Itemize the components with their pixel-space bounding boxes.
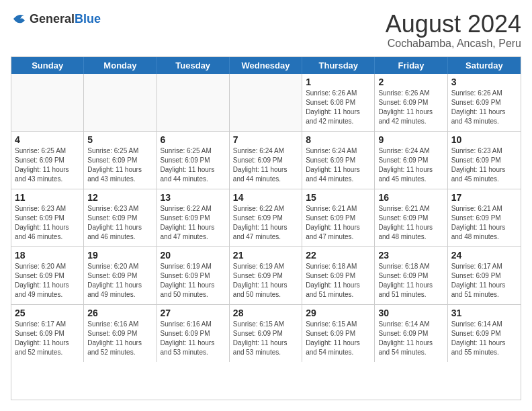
day-number: 14 — [233, 192, 298, 203]
logo-blue: Blue — [75, 12, 101, 26]
day-number: 1 — [306, 77, 371, 87]
day-info: Sunrise: 6:14 AM Sunset: 6:09 PM Dayligh… — [451, 320, 517, 357]
day-info: Sunrise: 6:15 AM Sunset: 6:09 PM Dayligh… — [233, 320, 298, 357]
week-row-2: 4Sunrise: 6:25 AM Sunset: 6:09 PM Daylig… — [11, 132, 521, 189]
day-cell: 20Sunrise: 6:19 AM Sunset: 6:09 PM Dayli… — [157, 247, 230, 304]
day-info: Sunrise: 6:19 AM Sunset: 6:09 PM Dayligh… — [161, 262, 226, 300]
day-number: 9 — [378, 134, 443, 145]
day-info: Sunrise: 6:16 AM Sunset: 6:09 PM Dayligh… — [87, 320, 152, 357]
calendar: SundayMondayTuesdayWednesdayThursdayFrid… — [11, 56, 521, 400]
day-number: 3 — [451, 77, 517, 87]
day-number: 12 — [87, 192, 152, 203]
day-info: Sunrise: 6:24 AM Sunset: 6:09 PM Dayligh… — [378, 146, 443, 184]
day-number: 19 — [87, 250, 152, 261]
day-headers: SundayMondayTuesdayWednesdayThursdayFrid… — [11, 57, 521, 74]
day-cell: 2Sunrise: 6:26 AM Sunset: 6:09 PM Daylig… — [375, 74, 447, 131]
week-row-3: 11Sunrise: 6:23 AM Sunset: 6:09 PM Dayli… — [11, 189, 521, 247]
day-header-friday: Friday — [375, 57, 447, 74]
day-number: 11 — [15, 192, 80, 203]
day-number: 21 — [233, 250, 298, 261]
week-row-1: 1Sunrise: 6:26 AM Sunset: 6:08 PM Daylig… — [11, 74, 521, 132]
day-cell: 1Sunrise: 6:26 AM Sunset: 6:08 PM Daylig… — [302, 74, 375, 131]
day-cell: 14Sunrise: 6:22 AM Sunset: 6:09 PM Dayli… — [230, 189, 302, 246]
day-info: Sunrise: 6:20 AM Sunset: 6:09 PM Dayligh… — [15, 262, 80, 300]
day-info: Sunrise: 6:21 AM Sunset: 6:09 PM Dayligh… — [451, 204, 517, 242]
day-number: 6 — [161, 134, 226, 145]
day-info: Sunrise: 6:14 AM Sunset: 6:09 PM Dayligh… — [378, 320, 443, 357]
day-cell: 11Sunrise: 6:23 AM Sunset: 6:09 PM Dayli… — [11, 189, 84, 246]
day-cell: 3Sunrise: 6:26 AM Sunset: 6:09 PM Daylig… — [448, 74, 521, 131]
day-number: 5 — [87, 134, 152, 145]
day-cell: 18Sunrise: 6:20 AM Sunset: 6:09 PM Dayli… — [11, 247, 84, 304]
day-cell: 21Sunrise: 6:19 AM Sunset: 6:09 PM Dayli… — [230, 247, 302, 304]
day-cell: 4Sunrise: 6:25 AM Sunset: 6:09 PM Daylig… — [11, 132, 84, 189]
week-row-4: 18Sunrise: 6:20 AM Sunset: 6:09 PM Dayli… — [11, 247, 521, 305]
day-cell: 15Sunrise: 6:21 AM Sunset: 6:09 PM Dayli… — [302, 189, 375, 246]
day-header-tuesday: Tuesday — [157, 57, 230, 74]
day-cell: 13Sunrise: 6:22 AM Sunset: 6:09 PM Dayli… — [157, 189, 230, 246]
day-cell: 12Sunrise: 6:23 AM Sunset: 6:09 PM Dayli… — [84, 189, 157, 246]
day-number: 23 — [378, 250, 443, 261]
day-cell: 26Sunrise: 6:16 AM Sunset: 6:09 PM Dayli… — [84, 305, 157, 362]
day-cell: 17Sunrise: 6:21 AM Sunset: 6:09 PM Dayli… — [448, 189, 521, 246]
day-cell: 5Sunrise: 6:25 AM Sunset: 6:09 PM Daylig… — [84, 132, 157, 189]
day-cell: 31Sunrise: 6:14 AM Sunset: 6:09 PM Dayli… — [448, 305, 521, 362]
day-info: Sunrise: 6:17 AM Sunset: 6:09 PM Dayligh… — [451, 262, 517, 300]
day-info: Sunrise: 6:23 AM Sunset: 6:09 PM Dayligh… — [87, 204, 152, 242]
logo: GeneralBlue — [11, 11, 101, 27]
day-info: Sunrise: 6:21 AM Sunset: 6:09 PM Dayligh… — [378, 204, 443, 242]
day-number: 18 — [15, 250, 80, 261]
day-number: 8 — [306, 134, 371, 145]
day-info: Sunrise: 6:22 AM Sunset: 6:09 PM Dayligh… — [161, 204, 226, 242]
day-cell: 7Sunrise: 6:24 AM Sunset: 6:09 PM Daylig… — [230, 132, 302, 189]
day-number: 4 — [15, 134, 80, 145]
day-cell: 23Sunrise: 6:18 AM Sunset: 6:09 PM Dayli… — [375, 247, 447, 304]
day-info: Sunrise: 6:26 AM Sunset: 6:09 PM Dayligh… — [451, 89, 517, 126]
day-cell: 16Sunrise: 6:21 AM Sunset: 6:09 PM Dayli… — [375, 189, 447, 246]
month-title: August 2024 — [386, 11, 521, 38]
day-number: 28 — [233, 308, 298, 318]
logo-icon — [11, 11, 27, 27]
day-header-saturday: Saturday — [448, 57, 521, 74]
day-number: 27 — [161, 308, 226, 318]
day-cell — [157, 74, 230, 131]
day-info: Sunrise: 6:17 AM Sunset: 6:09 PM Dayligh… — [15, 320, 80, 357]
day-info: Sunrise: 6:18 AM Sunset: 6:09 PM Dayligh… — [306, 262, 371, 300]
day-info: Sunrise: 6:21 AM Sunset: 6:09 PM Dayligh… — [306, 204, 371, 242]
day-info: Sunrise: 6:25 AM Sunset: 6:09 PM Dayligh… — [87, 146, 152, 184]
header: GeneralBlue August 2024 Cochabamba, Anca… — [11, 11, 521, 50]
day-number: 22 — [306, 250, 371, 261]
day-info: Sunrise: 6:19 AM Sunset: 6:09 PM Dayligh… — [233, 262, 298, 300]
day-info: Sunrise: 6:24 AM Sunset: 6:09 PM Dayligh… — [306, 146, 371, 184]
day-number: 17 — [451, 192, 517, 203]
week-row-5: 25Sunrise: 6:17 AM Sunset: 6:09 PM Dayli… — [11, 305, 521, 362]
day-cell: 28Sunrise: 6:15 AM Sunset: 6:09 PM Dayli… — [230, 305, 302, 362]
day-info: Sunrise: 6:25 AM Sunset: 6:09 PM Dayligh… — [161, 146, 226, 184]
day-number: 7 — [233, 134, 298, 145]
day-number: 2 — [378, 77, 443, 87]
day-number: 20 — [161, 250, 226, 261]
logo-general: General — [30, 12, 75, 26]
day-cell: 22Sunrise: 6:18 AM Sunset: 6:09 PM Dayli… — [302, 247, 375, 304]
day-cell — [11, 74, 84, 131]
day-info: Sunrise: 6:24 AM Sunset: 6:09 PM Dayligh… — [233, 146, 298, 184]
day-number: 10 — [451, 134, 517, 145]
day-info: Sunrise: 6:23 AM Sunset: 6:09 PM Dayligh… — [451, 146, 517, 184]
day-cell: 27Sunrise: 6:16 AM Sunset: 6:09 PM Dayli… — [157, 305, 230, 362]
day-cell — [84, 74, 157, 131]
day-info: Sunrise: 6:20 AM Sunset: 6:09 PM Dayligh… — [87, 262, 152, 300]
page: GeneralBlue August 2024 Cochabamba, Anca… — [0, 0, 532, 411]
calendar-body: 1Sunrise: 6:26 AM Sunset: 6:08 PM Daylig… — [11, 74, 521, 362]
day-cell: 10Sunrise: 6:23 AM Sunset: 6:09 PM Dayli… — [448, 132, 521, 189]
day-cell: 6Sunrise: 6:25 AM Sunset: 6:09 PM Daylig… — [157, 132, 230, 189]
location-title: Cochabamba, Ancash, Peru — [386, 38, 521, 50]
day-cell: 8Sunrise: 6:24 AM Sunset: 6:09 PM Daylig… — [302, 132, 375, 189]
day-info: Sunrise: 6:16 AM Sunset: 6:09 PM Dayligh… — [161, 320, 226, 357]
day-number: 31 — [451, 308, 517, 318]
day-number: 25 — [15, 308, 80, 318]
day-cell: 30Sunrise: 6:14 AM Sunset: 6:09 PM Dayli… — [375, 305, 447, 362]
day-header-monday: Monday — [84, 57, 157, 74]
day-number: 13 — [161, 192, 226, 203]
day-info: Sunrise: 6:26 AM Sunset: 6:08 PM Dayligh… — [306, 89, 371, 126]
day-info: Sunrise: 6:25 AM Sunset: 6:09 PM Dayligh… — [15, 146, 80, 184]
